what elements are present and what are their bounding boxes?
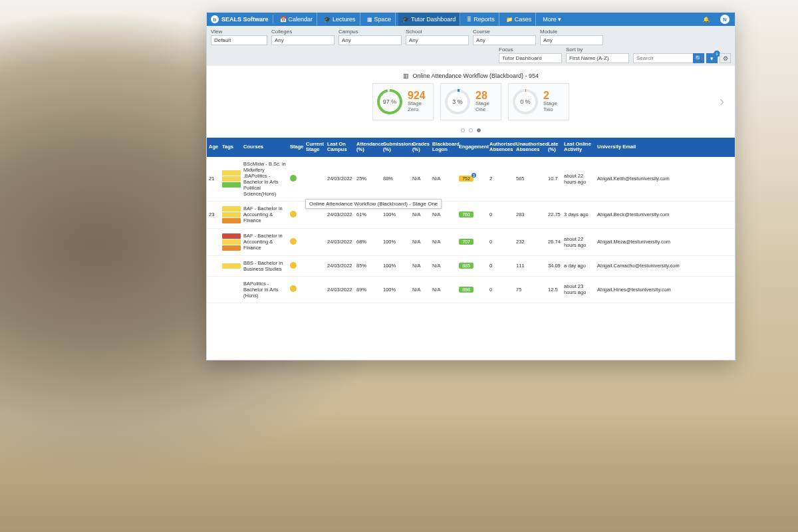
engagement-count-badge: 3	[471, 173, 476, 178]
cell-bb: N/A	[430, 276, 457, 303]
col-header[interactable]: Blackboard Logon	[430, 138, 457, 157]
nav-item-lectures[interactable]: 🎓Lectures	[320, 13, 360, 26]
students-table: AgeTagsCoursesStageCurrent StageLast On …	[207, 138, 735, 303]
col-header[interactable]: Courses	[241, 138, 288, 157]
stage-ring-icon: 0 %	[513, 89, 538, 114]
pager-dot[interactable]	[461, 128, 465, 132]
brand-name: SEALS Software	[221, 16, 269, 23]
focus-label: Focus	[499, 47, 562, 53]
col-header[interactable]: University Email	[595, 138, 735, 157]
nav-item-calendar[interactable]: 📅Calendar	[276, 13, 318, 26]
tag-chip	[222, 212, 241, 217]
col-header[interactable]: Last Online Activity	[562, 138, 595, 157]
filter-label: Module	[540, 29, 603, 35]
table-row[interactable]: 21 BScMidw - B.Sc. in Midwifery ,BAPolit…	[207, 157, 735, 201]
cell-tags	[220, 228, 241, 255]
stage-count: 28	[475, 90, 489, 101]
table-row[interactable]: BAF - Bachelor in Accounting & Finance 2…	[207, 228, 735, 255]
brand[interactable]: b SEALS Software	[211, 15, 273, 23]
cell-email: Abigail.Camacho@testuniversity.com	[595, 255, 735, 276]
settings-button[interactable]: ⚙	[720, 53, 731, 63]
stage-card[interactable]: 3 % 28 StageOne	[440, 83, 501, 120]
cell-auth: 0	[487, 276, 514, 303]
nav-item-tutor-dashboard[interactable]: 🎓Tutor Dashboard	[398, 13, 460, 26]
cell-last-on: 24/03/2022	[325, 228, 354, 255]
cell-age: 21	[207, 157, 220, 201]
cell-unauth: 75	[514, 276, 546, 303]
nav-label: Cases	[515, 16, 532, 23]
table-wrapper: AgeTagsCoursesStageCurrent StageLast On …	[207, 138, 735, 303]
nav-item-cases[interactable]: 📁Cases	[502, 13, 537, 26]
cell-bb: N/A	[430, 228, 457, 255]
sort-label: Sort by	[566, 47, 629, 53]
cell-grades: N/A	[410, 276, 430, 303]
table-row[interactable]: 23 BAF - Bachelor in Accounting & Financ…	[207, 201, 735, 228]
col-header[interactable]: Unauthorised Absences	[514, 138, 546, 157]
search-button[interactable]: 🔍	[693, 53, 704, 63]
cell-age	[207, 228, 220, 255]
filter-select[interactable]: Any	[473, 35, 536, 45]
bell-icon[interactable]: 🔔	[703, 17, 710, 23]
nav-item-more-[interactable]: More ▾	[539, 13, 565, 26]
table-row[interactable]: BAPolitics - Bachelor in Arts (Hons) 24/…	[207, 276, 735, 303]
nav-icon: 📁	[506, 17, 513, 23]
table-row[interactable]: BBS - Bachelor in Business Studies 24/03…	[207, 255, 735, 276]
stage-card[interactable]: 97 % 924 StageZero	[372, 83, 434, 120]
top-nav: b SEALS Software 📅Calendar🎓Lectures▦Spac…	[207, 13, 735, 26]
filter-select[interactable]: Any	[406, 35, 469, 45]
focus-field: Focus Tutor Dashboard	[499, 47, 562, 63]
tag-chip	[222, 176, 241, 182]
cell-grades: N/A	[410, 157, 430, 201]
cell-grades: N/A	[410, 255, 430, 276]
search-spacer	[633, 47, 693, 53]
avatar[interactable]: N	[720, 15, 730, 24]
cell-age	[207, 276, 220, 303]
col-header[interactable]: Engagement	[457, 138, 487, 157]
search-input[interactable]	[633, 53, 693, 63]
sort-select[interactable]: First Name (A-Z)	[566, 53, 629, 63]
cell-email: Abigail.Keith@testuniversity.com	[595, 157, 735, 201]
nav-item-reports[interactable]: ≣Reports	[463, 13, 499, 26]
filter-select[interactable]: Any	[271, 35, 334, 45]
stage-count: 2	[543, 90, 557, 101]
col-header[interactable]: Current Stage	[304, 138, 325, 157]
cell-last-online: about 22 hours ago	[562, 228, 595, 255]
pager-dot-active[interactable]	[477, 128, 481, 132]
tag-chip	[222, 170, 241, 176]
cell-attendance: 89%	[354, 276, 381, 303]
col-header[interactable]: Tags	[220, 138, 241, 157]
app-window: b SEALS Software 📅Calendar🎓Lectures▦Spac…	[206, 12, 735, 360]
col-header[interactable]: Submissions (%)	[381, 138, 410, 157]
cell-email: Abigail.Meza@testuniversity.com	[595, 228, 735, 255]
col-header[interactable]: Grades (%)	[410, 138, 430, 157]
filter-select[interactable]: Any	[540, 35, 603, 45]
cell-unauth: 283	[514, 201, 546, 228]
cell-age	[207, 255, 220, 276]
tag-chip	[222, 206, 241, 211]
next-arrow-icon[interactable]: ›	[720, 93, 724, 110]
cell-submissions: 100%	[381, 201, 410, 228]
col-header[interactable]: Age	[207, 138, 220, 157]
stage-pill-icon	[290, 285, 297, 292]
col-header[interactable]: Authorised Absences	[487, 138, 514, 157]
col-header[interactable]: Attendance (%)	[354, 138, 381, 157]
pager-dot[interactable]	[469, 128, 473, 132]
nav-icon: ▦	[367, 17, 372, 23]
stage-ring-icon: 97 %	[377, 89, 402, 114]
filter-select[interactable]: Default	[211, 35, 267, 45]
col-header[interactable]: Stage	[288, 138, 304, 157]
cell-last-online: 3 days ago	[562, 201, 595, 228]
filter-button[interactable]: ▾ 1	[706, 53, 718, 63]
stage-text: 924 StageZero	[408, 90, 426, 113]
focus-select[interactable]: Tutor Dashboard	[499, 53, 562, 63]
stage-card[interactable]: 0 % 2 StageTwo	[508, 83, 569, 120]
pager-dots[interactable]	[207, 128, 735, 132]
cell-tags	[220, 157, 241, 201]
cell-late: 12.5	[546, 276, 562, 303]
col-header[interactable]: Last On Campus	[325, 138, 354, 157]
filter-select[interactable]: Any	[338, 35, 402, 45]
col-header[interactable]: Late (%)	[546, 138, 562, 157]
nav-item-space[interactable]: ▦Space	[363, 13, 396, 26]
cell-stage	[288, 255, 304, 276]
cell-tags	[220, 255, 241, 276]
